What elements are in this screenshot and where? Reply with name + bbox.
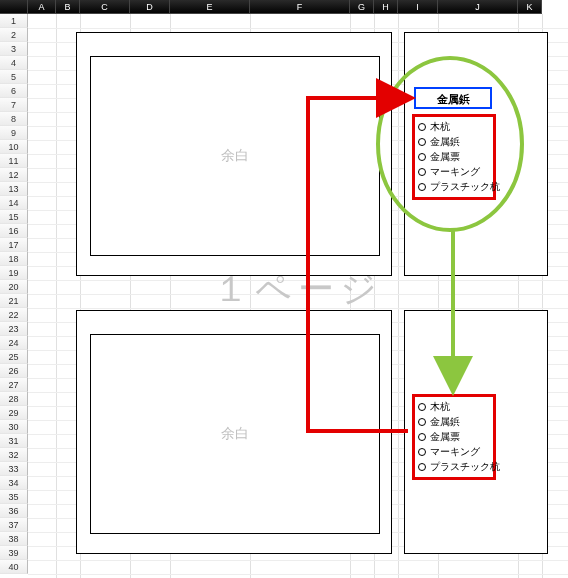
row-header-17[interactable]: 17 [0,238,28,252]
radio-icon [418,403,426,411]
radio-icon [418,433,426,441]
option-item[interactable]: プラスチック杭 [418,179,490,194]
page-frame-bottom-left-inner: 余白 [90,334,380,534]
row-header-12[interactable]: 12 [0,168,28,182]
row-header-34[interactable]: 34 [0,476,28,490]
row-header-1[interactable]: 1 [0,14,28,28]
col-header-E[interactable]: E [170,0,250,14]
option-list-lower[interactable]: 木杭金属鋲金属票マーキングプラスチック杭 [412,394,496,480]
selected-option-box[interactable]: 金属鋲 [414,87,492,109]
row-header-5[interactable]: 5 [0,70,28,84]
spreadsheet-sheet: ABCDEFGHIJK 1234567891011121314151617181… [0,0,568,578]
radio-icon [418,123,426,131]
option-item[interactable]: 金属票 [418,429,490,444]
grid-area[interactable]: １ページ 余白 余白 金属鋲 木杭金属鋲金属票マーキングプラスチック杭 木杭金属… [28,14,568,578]
row-header-3[interactable]: 3 [0,42,28,56]
row-header-20[interactable]: 20 [0,280,28,294]
row-header-30[interactable]: 30 [0,420,28,434]
select-all-corner[interactable] [0,0,28,14]
option-item[interactable]: マーキング [418,164,490,179]
row-header-38[interactable]: 38 [0,532,28,546]
option-label: 木杭 [430,120,450,134]
column-headers: ABCDEFGHIJK [0,0,542,14]
row-header-24[interactable]: 24 [0,336,28,350]
col-header-B[interactable]: B [56,0,80,14]
row-header-22[interactable]: 22 [0,308,28,322]
col-header-D[interactable]: D [130,0,170,14]
row-header-33[interactable]: 33 [0,462,28,476]
row-header-11[interactable]: 11 [0,154,28,168]
row-header-21[interactable]: 21 [0,294,28,308]
option-label: 金属鋲 [430,135,460,149]
row-header-25[interactable]: 25 [0,350,28,364]
row-header-28[interactable]: 28 [0,392,28,406]
option-label: 金属票 [430,430,460,444]
option-label: マーキング [430,445,480,459]
option-item[interactable]: マーキング [418,444,490,459]
row-header-6[interactable]: 6 [0,84,28,98]
col-header-H[interactable]: H [374,0,398,14]
row-header-14[interactable]: 14 [0,196,28,210]
row-header-18[interactable]: 18 [0,252,28,266]
option-item[interactable]: 金属鋲 [418,414,490,429]
row-header-10[interactable]: 10 [0,140,28,154]
option-list-upper[interactable]: 木杭金属鋲金属票マーキングプラスチック杭 [412,114,496,200]
option-item[interactable]: 木杭 [418,399,490,414]
option-label: マーキング [430,165,480,179]
option-item[interactable]: 金属票 [418,149,490,164]
option-label: 金属票 [430,150,460,164]
radio-icon [418,168,426,176]
row-header-31[interactable]: 31 [0,434,28,448]
row-header-32[interactable]: 32 [0,448,28,462]
col-header-A[interactable]: A [28,0,56,14]
row-header-13[interactable]: 13 [0,182,28,196]
row-header-16[interactable]: 16 [0,224,28,238]
row-header-40[interactable]: 40 [0,560,28,574]
row-header-36[interactable]: 36 [0,504,28,518]
row-header-8[interactable]: 8 [0,112,28,126]
col-header-K[interactable]: K [518,0,542,14]
row-header-7[interactable]: 7 [0,98,28,112]
row-header-2[interactable]: 2 [0,28,28,42]
row-header-37[interactable]: 37 [0,518,28,532]
option-label: プラスチック杭 [430,460,500,474]
row-header-23[interactable]: 23 [0,322,28,336]
placeholder-label-bottom: 余白 [221,425,249,443]
col-header-F[interactable]: F [250,0,350,14]
col-header-C[interactable]: C [80,0,130,14]
option-label: プラスチック杭 [430,180,500,194]
row-header-29[interactable]: 29 [0,406,28,420]
row-header-4[interactable]: 4 [0,56,28,70]
option-item[interactable]: 金属鋲 [418,134,490,149]
placeholder-label-top: 余白 [221,147,249,165]
row-header-27[interactable]: 27 [0,378,28,392]
radio-icon [418,138,426,146]
row-header-15[interactable]: 15 [0,210,28,224]
radio-icon [418,418,426,426]
radio-icon [418,153,426,161]
row-header-35[interactable]: 35 [0,490,28,504]
row-headers: 1234567891011121314151617181920212223242… [0,14,28,574]
radio-icon [418,183,426,191]
option-label: 木杭 [430,400,450,414]
option-item[interactable]: 木杭 [418,119,490,134]
row-header-26[interactable]: 26 [0,364,28,378]
row-header-9[interactable]: 9 [0,126,28,140]
option-item[interactable]: プラスチック杭 [418,459,490,474]
radio-icon [418,463,426,471]
page-frame-top-left-inner: 余白 [90,56,380,256]
row-header-39[interactable]: 39 [0,546,28,560]
col-header-J[interactable]: J [438,0,518,14]
row-header-19[interactable]: 19 [0,266,28,280]
option-label: 金属鋲 [430,415,460,429]
col-header-I[interactable]: I [398,0,438,14]
col-header-G[interactable]: G [350,0,374,14]
radio-icon [418,448,426,456]
